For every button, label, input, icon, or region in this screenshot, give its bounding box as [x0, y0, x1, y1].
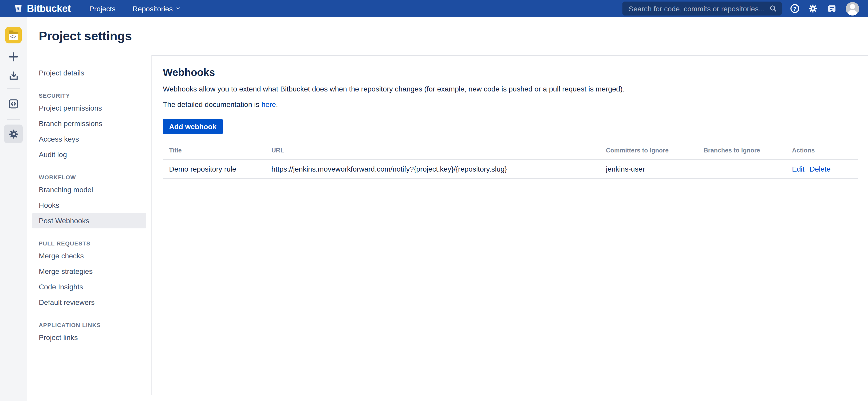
settings-nav-section-workflow: WORKFLOW [27, 174, 152, 180]
settings-nav-item-merge-strategies[interactable]: Merge strategies [27, 264, 152, 279]
brand-wordmark: Bitbucket [27, 3, 71, 14]
repository-source-button[interactable] [7, 98, 20, 110]
create-button[interactable] [7, 51, 20, 63]
webhook-url-cell: https://jenkins.moveworkforward.com/noti… [265, 159, 600, 178]
settings-nav: Project details SECURITY Project permiss… [27, 55, 152, 395]
settings-nav-item-post-webhooks[interactable]: Post Webhooks [32, 213, 146, 228]
feedback-panel-icon[interactable] [827, 3, 837, 14]
code-brackets-icon [8, 98, 19, 109]
top-nav: Bitbucket Projects Repositories [0, 0, 868, 17]
column-header-actions: Actions [786, 142, 858, 159]
column-header-branches: Branches to Ignore [698, 142, 786, 159]
add-webhook-button[interactable]: Add webhook [163, 119, 223, 134]
gear-icon[interactable] [808, 4, 818, 13]
webhook-actions-cell: EditDelete [786, 159, 858, 178]
webhooks-panel: Webhooks Webhooks allow you to extend wh… [152, 55, 868, 395]
chevron-down-icon [175, 6, 181, 11]
webhook-branches-cell [698, 159, 786, 178]
project-avatar-code-glyph: <> [9, 34, 18, 40]
bitbucket-app: Bitbucket Projects Repositories [0, 0, 868, 401]
webhook-title-cell: Demo repository rule [163, 159, 265, 178]
table-row: Demo repository rule https://jenkins.mov… [163, 159, 858, 178]
table-header-row: Title URL Committers to Ignore Branches … [163, 142, 858, 159]
settings-nav-item-branching-model[interactable]: Branching model [27, 182, 152, 197]
settings-nav-item-project-details[interactable]: Project details [27, 65, 152, 80]
top-nav-right: ? [622, 2, 859, 15]
plus-icon [7, 51, 20, 63]
footer-strip [27, 395, 868, 401]
nav-item-repositories-label: Repositories [133, 4, 173, 13]
settings-nav-item-merge-checks[interactable]: Merge checks [27, 248, 152, 264]
settings-nav-section-security: SECURITY [27, 93, 152, 99]
top-nav-menu: Projects Repositories [89, 4, 181, 13]
nav-item-projects-label: Projects [89, 4, 116, 13]
doc-line-text: The detailed documentation is [163, 100, 261, 108]
webhooks-heading: Webhooks [163, 67, 858, 78]
settings-nav-item-access-keys[interactable]: Access keys [27, 131, 152, 147]
settings-nav-item-branch-permissions[interactable]: Branch permissions [27, 116, 152, 131]
settings-nav-item-project-permissions[interactable]: Project permissions [27, 100, 152, 116]
rail-divider [7, 88, 20, 89]
download-icon [7, 70, 20, 82]
clone-button[interactable] [7, 70, 20, 82]
settings-nav-section-application-links: APPLICATION LINKS [27, 322, 152, 328]
app-icon-rail: <> [0, 17, 27, 401]
edit-link[interactable]: Edit [792, 165, 804, 173]
global-search[interactable] [622, 2, 782, 15]
user-avatar[interactable] [846, 2, 859, 15]
settings-nav-item-default-reviewers[interactable]: Default reviewers [27, 295, 152, 310]
settings-nav-item-audit-log[interactable]: Audit log [27, 147, 152, 162]
webhooks-table: Title URL Committers to Ignore Branches … [163, 142, 858, 179]
page-header: Project settings [27, 17, 868, 55]
settings-nav-item-project-links[interactable]: Project links [27, 330, 152, 345]
webhooks-doc-line: The detailed documentation is here. [163, 99, 858, 109]
webhooks-description: Webhooks allow you to extend what Bitbuc… [163, 84, 858, 94]
settings-nav-item-hooks[interactable]: Hooks [27, 197, 152, 213]
project-settings-page: Project settings Project details SECURIT… [27, 17, 868, 401]
bitbucket-logo-icon [13, 4, 23, 13]
nav-item-projects[interactable]: Projects [89, 4, 116, 13]
settings-nav-section-pull-requests: PULL REQUESTS [27, 240, 152, 246]
settings-nav-item-code-insights[interactable]: Code Insights [27, 279, 152, 295]
bitbucket-home-link[interactable]: Bitbucket [13, 3, 71, 14]
nav-item-repositories[interactable]: Repositories [133, 4, 181, 13]
documentation-link[interactable]: here [261, 100, 276, 108]
delete-link[interactable]: Delete [810, 165, 831, 173]
search-input[interactable] [628, 4, 769, 13]
page-title: Project settings [39, 29, 132, 43]
column-header-title: Title [163, 142, 265, 159]
settings-gear-icon [8, 128, 19, 139]
column-header-url: URL [265, 142, 600, 159]
rail-item-settings-active[interactable] [4, 125, 23, 143]
column-header-committers: Committers to Ignore [600, 142, 698, 159]
help-icon[interactable]: ? [790, 4, 799, 13]
doc-line-suffix: . [276, 100, 278, 108]
webhook-committers-cell: jenkins-user [600, 159, 698, 178]
project-avatar[interactable]: <> [5, 27, 22, 43]
search-icon[interactable] [769, 4, 778, 13]
rail-divider [7, 119, 20, 120]
